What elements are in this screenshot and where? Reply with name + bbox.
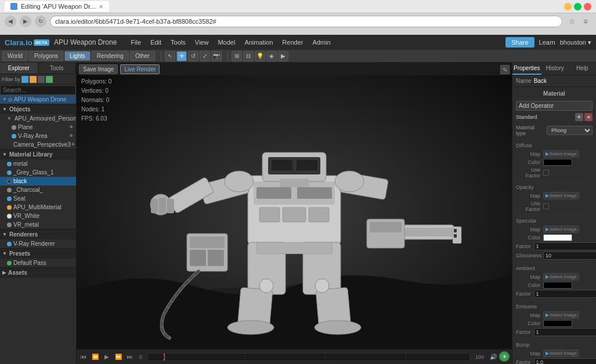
ambient-color-swatch[interactable] bbox=[543, 282, 572, 289]
tab-properties[interactable]: Properties bbox=[512, 63, 541, 75]
use-factor-checkbox[interactable] bbox=[543, 170, 549, 176]
menu-animation[interactable]: Animation bbox=[240, 37, 277, 48]
menu-edit[interactable]: Edit bbox=[146, 37, 166, 48]
obj-camera[interactable]: Camera_Perspective3 👁 bbox=[0, 140, 76, 149]
filter-icon-2[interactable] bbox=[30, 76, 37, 83]
obj-apu[interactable]: ▼ APU_Armoured_Personnel_U... bbox=[0, 114, 76, 123]
reload-button[interactable]: ↻ bbox=[35, 16, 46, 27]
mode-lights[interactable]: Lights bbox=[64, 51, 91, 61]
objects-section[interactable]: ▼ Objects bbox=[0, 104, 76, 114]
assets-section[interactable]: ▶ Assets bbox=[0, 267, 76, 278]
mode-rendering[interactable]: Rendering bbox=[92, 51, 129, 61]
presets-section[interactable]: ▼ Presets bbox=[0, 248, 76, 259]
back-button[interactable]: ◀ bbox=[5, 16, 16, 27]
obj-plane-vis[interactable]: 👁 bbox=[69, 125, 74, 130]
tab-close-btn[interactable]: ✕ bbox=[99, 3, 103, 10]
add-operator-btn[interactable]: Add Operator bbox=[516, 101, 593, 111]
diffuse-color-swatch[interactable] bbox=[543, 159, 572, 166]
audio-btn[interactable]: 🔊 bbox=[489, 352, 498, 362]
save-image-btn[interactable]: Save Image bbox=[79, 64, 118, 74]
mode-polygons[interactable]: Polygons bbox=[29, 51, 63, 61]
visibility-icon[interactable]: 👁 bbox=[575, 113, 583, 121]
scene-search[interactable] bbox=[0, 85, 76, 95]
specular-factor-input[interactable] bbox=[534, 242, 596, 250]
tool-light[interactable]: 💡 bbox=[255, 51, 265, 61]
tab-help[interactable]: Help bbox=[569, 63, 596, 75]
menu-admin[interactable]: Admin bbox=[308, 37, 335, 48]
tool-select[interactable]: ↖ bbox=[165, 51, 175, 61]
filter-icon-1[interactable] bbox=[21, 76, 28, 83]
renderers-section[interactable]: ▼ Renderers bbox=[0, 229, 76, 239]
preset-default[interactable]: Default Pass bbox=[0, 259, 76, 267]
tab-explorer[interactable]: Explorer bbox=[0, 63, 38, 74]
menu-render[interactable]: Render bbox=[277, 37, 308, 48]
bump-map-btn[interactable]: ▶ Select Image bbox=[543, 350, 579, 357]
tool-grid[interactable]: ⊟ bbox=[243, 51, 254, 61]
mat-seat[interactable]: Seat bbox=[0, 194, 76, 203]
mat-black[interactable]: black bbox=[0, 177, 76, 185]
learn-button[interactable]: Learn bbox=[539, 39, 555, 46]
obj-camera-vis[interactable]: 👁 bbox=[71, 142, 75, 147]
mat-charcoal[interactable]: _Charcoal_ bbox=[0, 185, 76, 194]
obj-vray-area[interactable]: V-Ray Area 👁 bbox=[0, 132, 76, 140]
material-lib-section[interactable]: ▼ Material Library bbox=[0, 149, 76, 159]
diffuse-map-btn[interactable]: ▶ Select Image bbox=[543, 150, 579, 158]
timeline-end[interactable]: ⏭ bbox=[125, 352, 135, 362]
tool-camera[interactable]: 📷 bbox=[211, 51, 222, 61]
ambient-map-btn[interactable]: ▶ Select Image bbox=[543, 273, 579, 281]
status-indicator[interactable]: ✦ bbox=[499, 351, 510, 362]
mat-metal[interactable]: metal bbox=[0, 159, 76, 168]
tool-scale[interactable]: ⤢ bbox=[200, 51, 210, 61]
tool-render[interactable]: ▶ bbox=[278, 51, 288, 61]
renderer-vray[interactable]: V-Ray Renderer bbox=[0, 239, 76, 248]
bump-factor-input[interactable] bbox=[534, 358, 596, 364]
specular-color-swatch[interactable] bbox=[543, 234, 572, 241]
tab-history[interactable]: History bbox=[541, 63, 569, 75]
timeline-play[interactable]: ▶ bbox=[102, 352, 111, 362]
mode-other[interactable]: Other bbox=[130, 51, 155, 61]
tab-tools[interactable]: Tools bbox=[38, 63, 77, 74]
emissive-color-swatch[interactable] bbox=[543, 320, 572, 327]
specular-map-btn[interactable]: ▶ Select Image bbox=[543, 225, 579, 233]
scene-root[interactable]: ▼ ⊙ APU Weapon Drone bbox=[0, 95, 76, 104]
ambient-factor-input[interactable] bbox=[534, 290, 596, 298]
forward-button[interactable]: ▶ bbox=[20, 16, 31, 27]
viewport-edit-btn[interactable]: ✎ bbox=[500, 65, 510, 74]
tool-move[interactable]: ✛ bbox=[176, 51, 187, 61]
timeline-track[interactable] bbox=[147, 353, 471, 361]
menu-tools[interactable]: Tools bbox=[166, 37, 190, 48]
emissive-factor-input[interactable] bbox=[534, 328, 596, 336]
timeline-start[interactable]: ⏮ bbox=[79, 352, 88, 362]
minimize-button[interactable] bbox=[564, 3, 572, 10]
timeline-next[interactable]: ⏩ bbox=[114, 352, 123, 362]
obj-plane[interactable]: Plane 👁 bbox=[0, 123, 76, 132]
browser-tab[interactable]: Editing 'APU Weapon Dr... ✕ bbox=[5, 1, 109, 12]
tool-snap[interactable]: ⊞ bbox=[232, 51, 242, 61]
url-bar[interactable] bbox=[50, 16, 562, 27]
emissive-map-btn[interactable]: ▶ Select Image bbox=[543, 311, 579, 319]
mat-type-dropdown[interactable]: Phong bbox=[547, 126, 593, 135]
mode-world[interactable]: World bbox=[2, 51, 28, 61]
mat-vr-white[interactable]: VR_White bbox=[0, 212, 76, 220]
tool-material[interactable]: ◈ bbox=[266, 51, 277, 61]
opacity-map-btn[interactable]: ▶ Select Image bbox=[543, 192, 579, 199]
obj-vray-vis[interactable]: 👁 bbox=[69, 133, 74, 139]
menu-model[interactable]: Model bbox=[213, 37, 240, 48]
maximize-button[interactable] bbox=[574, 3, 581, 10]
mat-grey-glass[interactable]: _Grey_Glass_1 bbox=[0, 168, 76, 177]
close-material-icon[interactable]: ✕ bbox=[584, 113, 593, 121]
menu-icon[interactable]: ≡ bbox=[580, 16, 591, 27]
close-button[interactable] bbox=[584, 3, 591, 10]
mat-vr-metal[interactable]: VR_metal bbox=[0, 220, 76, 229]
mat-apu-multi[interactable]: APU_MultiMaterial bbox=[0, 203, 76, 212]
live-render-btn[interactable]: Live Render bbox=[120, 64, 160, 74]
menu-view[interactable]: View bbox=[190, 37, 214, 48]
star-icon[interactable]: ☆ bbox=[566, 16, 577, 27]
share-button[interactable]: Share bbox=[505, 37, 534, 48]
user-menu[interactable]: bhouston ▾ bbox=[560, 39, 591, 46]
timeline-prev[interactable]: ⏪ bbox=[91, 352, 100, 362]
filter-icon-4[interactable] bbox=[46, 76, 53, 83]
filter-icon-3[interactable] bbox=[38, 76, 45, 83]
opacity-checkbox[interactable] bbox=[543, 203, 549, 209]
menu-file[interactable]: File bbox=[126, 37, 146, 48]
